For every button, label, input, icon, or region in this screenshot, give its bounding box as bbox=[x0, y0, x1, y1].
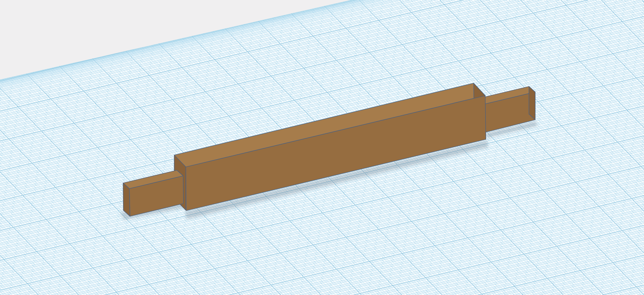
cad-viewport[interactable] bbox=[0, 0, 644, 295]
scene-overlay bbox=[0, 0, 644, 295]
right-stub-end-cap[interactable] bbox=[529, 86, 535, 120]
left-stub-end-cap[interactable] bbox=[123, 183, 130, 216]
